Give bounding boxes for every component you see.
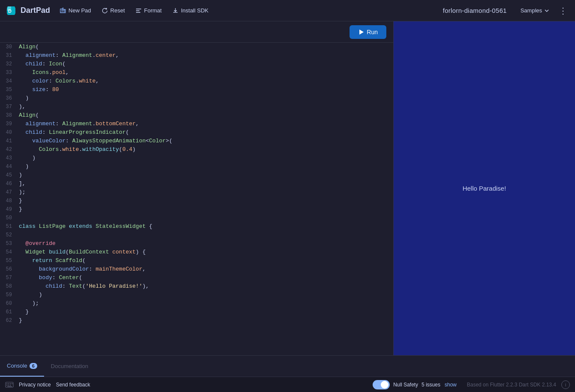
- keyboard-icon[interactable]: [5, 382, 14, 388]
- code-line[interactable]: 52: [0, 231, 393, 239]
- line-content[interactable]: alignment: Alignment.center,: [17, 51, 393, 60]
- line-content[interactable]: child: LinearProgressIndicator(: [17, 128, 393, 137]
- line-content[interactable]: ): [17, 154, 393, 162]
- header: D DartPad New Pad Reset Format Install S…: [0, 0, 575, 21]
- line-content[interactable]: }: [17, 205, 393, 214]
- line-content[interactable]: ],: [17, 180, 393, 188]
- line-content[interactable]: return Scaffold(: [17, 256, 393, 265]
- code-line[interactable]: 47);: [0, 188, 393, 197]
- line-content[interactable]: color: Colors.white,: [17, 77, 393, 85]
- line-content[interactable]: Align(: [17, 111, 393, 120]
- documentation-tab[interactable]: Documentation: [44, 356, 95, 377]
- line-content[interactable]: }: [17, 316, 393, 325]
- line-content[interactable]: Icons.pool,: [17, 68, 393, 77]
- privacy-notice-link[interactable]: Privacy notice: [19, 382, 51, 388]
- line-number: 39: [0, 120, 17, 128]
- code-line[interactable]: 56 backgroundColor: mainThemeColor,: [0, 265, 393, 274]
- code-line[interactable]: 57 body: Center(: [0, 274, 393, 282]
- run-button[interactable]: Run: [350, 25, 386, 39]
- code-line[interactable]: 50: [0, 214, 393, 222]
- line-content[interactable]: );: [17, 299, 393, 308]
- code-line[interactable]: 38Align(: [0, 111, 393, 120]
- line-content[interactable]: child: Text('Hello Paradise!'),: [17, 282, 393, 291]
- code-line[interactable]: 49}: [0, 205, 393, 214]
- line-content[interactable]: @override: [17, 239, 393, 248]
- svg-rect-6: [12, 383, 13, 384]
- line-content[interactable]: alignment: Alignment.bottomCenter,: [17, 120, 393, 128]
- code-line[interactable]: 32 child: Icon(: [0, 60, 393, 68]
- line-number: 34: [0, 77, 17, 85]
- null-safety-toggle[interactable]: [373, 380, 390, 389]
- code-line[interactable]: 53 @override: [0, 239, 393, 248]
- code-line[interactable]: 40 child: LinearProgressIndicator(: [0, 128, 393, 137]
- svg-rect-5: [10, 383, 11, 384]
- line-content[interactable]: class ListPage extends StatelessWidget {: [17, 222, 393, 231]
- line-content[interactable]: child: Icon(: [17, 60, 393, 68]
- code-line[interactable]: 46],: [0, 180, 393, 188]
- code-line[interactable]: 34 color: Colors.white,: [0, 77, 393, 85]
- samples-label: Samples: [520, 7, 542, 14]
- svg-text:D: D: [8, 9, 12, 14]
- reset-label: Reset: [110, 7, 125, 14]
- line-content[interactable]: ): [17, 162, 393, 171]
- code-line[interactable]: 35 size: 80: [0, 85, 393, 94]
- code-line[interactable]: 54 Widget build(BuildContext context) {: [0, 248, 393, 256]
- info-button[interactable]: i: [561, 380, 570, 389]
- preview-panel: Hello Paradise!: [394, 21, 575, 355]
- code-line[interactable]: 48}: [0, 197, 393, 205]
- line-number: 57: [0, 274, 17, 282]
- code-line[interactable]: 43 ): [0, 154, 393, 162]
- code-line[interactable]: 62}: [0, 316, 393, 325]
- line-content[interactable]: backgroundColor: mainThemeColor,: [17, 265, 393, 274]
- code-line[interactable]: 60 );: [0, 299, 393, 308]
- code-line[interactable]: 30Align(: [0, 43, 393, 51]
- code-line[interactable]: 55 return Scaffold(: [0, 256, 393, 265]
- svg-rect-10: [7, 386, 12, 387]
- svg-rect-8: [8, 385, 9, 386]
- line-content[interactable]: body: Center(: [17, 274, 393, 282]
- code-line[interactable]: 42 Colors.white.withOpacity(0.4): [0, 145, 393, 154]
- reset-button[interactable]: Reset: [97, 5, 129, 16]
- code-line[interactable]: 59 ): [0, 291, 393, 299]
- line-number: 43: [0, 154, 17, 162]
- line-content[interactable]: Widget build(BuildContext context) {: [17, 248, 393, 256]
- more-options-button[interactable]: ⋮: [556, 4, 570, 18]
- line-content[interactable]: size: 80: [17, 85, 393, 94]
- line-number: 33: [0, 68, 17, 77]
- line-content[interactable]: ),: [17, 103, 393, 111]
- new-pad-button[interactable]: New Pad: [55, 5, 95, 16]
- console-tab[interactable]: Console 6: [0, 356, 44, 377]
- line-number: 36: [0, 94, 17, 103]
- line-content[interactable]: }: [17, 308, 393, 316]
- code-line[interactable]: 61 }: [0, 308, 393, 316]
- line-content[interactable]: ): [17, 171, 393, 180]
- line-number: 38: [0, 111, 17, 120]
- docs-label: Documentation: [51, 363, 88, 369]
- samples-button[interactable]: Samples: [515, 5, 554, 16]
- code-line[interactable]: 31 alignment: Alignment.center,: [0, 51, 393, 60]
- line-content[interactable]: Align(: [17, 43, 393, 51]
- show-issues-link[interactable]: show: [445, 382, 456, 388]
- line-content[interactable]: }: [17, 197, 393, 205]
- install-sdk-button[interactable]: Install SDK: [168, 5, 213, 16]
- send-feedback-link[interactable]: Send feedback: [56, 382, 90, 388]
- code-line[interactable]: 39 alignment: Alignment.bottomCenter,: [0, 120, 393, 128]
- line-content[interactable]: );: [17, 188, 393, 197]
- line-content[interactable]: valueColor: AlwaysStoppedAnimation<Color…: [17, 137, 393, 145]
- line-content[interactable]: Colors.white.withOpacity(0.4): [17, 145, 393, 154]
- line-content[interactable]: ): [17, 94, 393, 103]
- code-line[interactable]: 36 ): [0, 94, 393, 103]
- line-number: 60: [0, 299, 17, 308]
- line-number: 42: [0, 145, 17, 154]
- code-line[interactable]: 44 ): [0, 162, 393, 171]
- format-icon: [135, 7, 142, 14]
- code-line[interactable]: 41 valueColor: AlwaysStoppedAnimation<Co…: [0, 137, 393, 145]
- line-content[interactable]: ): [17, 291, 393, 299]
- code-line[interactable]: 33 Icons.pool,: [0, 68, 393, 77]
- code-line[interactable]: 51class ListPage extends StatelessWidget…: [0, 222, 393, 231]
- code-editor[interactable]: 30Align(31 alignment: Alignment.center,3…: [0, 43, 393, 355]
- code-line[interactable]: 45): [0, 171, 393, 180]
- code-line[interactable]: 37),: [0, 103, 393, 111]
- format-button[interactable]: Format: [131, 5, 166, 16]
- code-line[interactable]: 58 child: Text('Hello Paradise!'),: [0, 282, 393, 291]
